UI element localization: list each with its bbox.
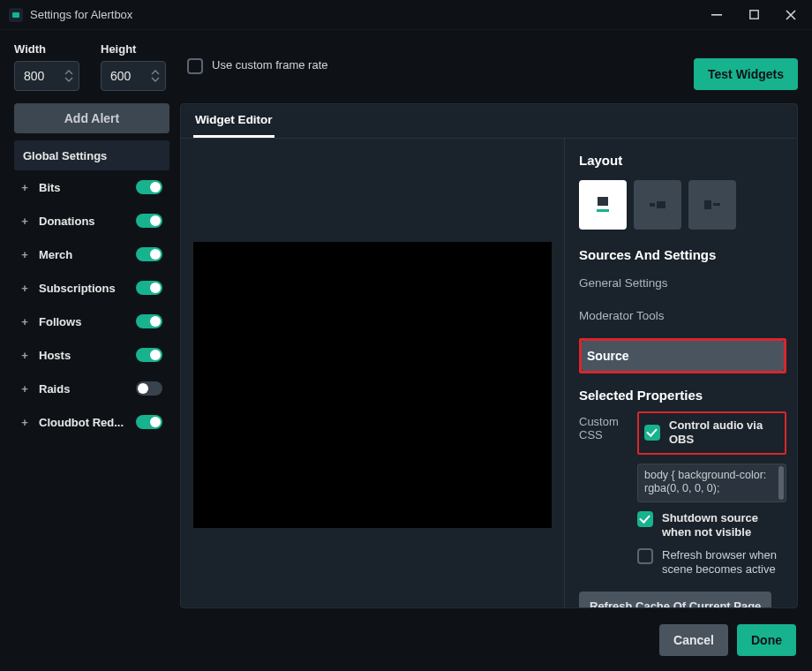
sidebar-item-toggle[interactable]: [136, 381, 162, 396]
done-button[interactable]: Done: [737, 624, 796, 656]
footer: Cancel Done: [0, 609, 812, 671]
sidebar-item-cloudbot-red-[interactable]: +Cloudbot Red...: [14, 405, 169, 439]
properties-panel: Layout Sources And Settings Genera: [564, 139, 797, 608]
cancel-button[interactable]: Cancel: [659, 624, 728, 656]
sidebar-item-label: Merch: [39, 248, 127, 261]
layout-heading: Layout: [579, 153, 786, 168]
custom-css-label: Custom CSS: [579, 411, 628, 441]
expand-icon[interactable]: +: [19, 282, 30, 295]
svg-rect-3: [598, 197, 608, 206]
svg-rect-8: [713, 203, 720, 206]
sidebar-item-donations[interactable]: +Donations: [14, 204, 169, 237]
sidebar-item-toggle[interactable]: [136, 180, 162, 194]
link-moderator-tools[interactable]: Moderator Tools: [579, 304, 786, 328]
window-minimize-button[interactable]: [704, 3, 729, 27]
refresh-browser-label: Refresh browser when scene becomes activ…: [662, 548, 786, 577]
shutdown-source-label: Shutdown source when not visible: [662, 511, 786, 540]
tab-widget-editor[interactable]: Widget Editor: [193, 104, 274, 138]
app-icon: [9, 8, 23, 22]
sidebar-item-label: Subscriptions: [39, 282, 127, 295]
height-input[interactable]: 600: [101, 61, 166, 91]
custom-frame-rate-label: Use custom frame rate: [212, 58, 328, 73]
sidebar-item-raids[interactable]: +Raids: [14, 372, 169, 405]
source-highlight: Source: [565, 338, 797, 373]
svg-rect-4: [597, 209, 609, 212]
control-audio-highlight: Control audio via OBS: [637, 411, 786, 455]
expand-icon[interactable]: +: [19, 416, 30, 429]
custom-css-value: body { background-color: rgba(0, 0, 0, 0…: [644, 469, 766, 495]
sidebar-item-merch[interactable]: +Merch: [14, 237, 169, 271]
svg-rect-1: [711, 14, 722, 16]
custom-frame-rate-checkbox[interactable]: [187, 58, 203, 74]
sidebar: Add Alert Global Settings +Bits+Donation…: [14, 103, 169, 608]
link-general-settings[interactable]: General Settings: [579, 271, 786, 295]
layout-option-side[interactable]: [688, 180, 736, 230]
expand-icon[interactable]: +: [19, 349, 30, 362]
sidebar-item-follows[interactable]: +Follows: [14, 305, 169, 338]
width-input[interactable]: 800: [14, 61, 79, 91]
sidebar-item-toggle[interactable]: [136, 314, 162, 328]
height-stepper[interactable]: [151, 64, 162, 88]
control-audio-checkbox[interactable]: [644, 425, 660, 441]
svg-rect-5: [650, 203, 655, 207]
svg-rect-2: [749, 11, 757, 19]
sidebar-item-toggle[interactable]: [136, 247, 162, 261]
sidebar-item-label: Cloudbot Red...: [39, 416, 127, 429]
height-value: 600: [110, 69, 131, 83]
sidebar-item-label: Hosts: [39, 349, 127, 362]
sidebar-item-bits[interactable]: +Bits: [14, 170, 169, 204]
window-close-button[interactable]: [778, 3, 803, 27]
width-value: 800: [24, 69, 44, 83]
svg-rect-6: [657, 201, 665, 208]
title-bar: Settings for Alertbox: [0, 0, 812, 30]
selected-properties-heading: Selected Properties: [579, 388, 786, 403]
test-widgets-button[interactable]: Test Widgets: [694, 58, 798, 90]
expand-icon[interactable]: +: [19, 248, 30, 261]
expand-icon[interactable]: +: [19, 181, 30, 194]
sidebar-item-label: Bits: [39, 181, 127, 194]
width-stepper[interactable]: [64, 64, 75, 88]
sidebar-item-hosts[interactable]: +Hosts: [14, 338, 169, 372]
svg-rect-7: [704, 200, 711, 209]
sources-heading: Sources And Settings: [579, 247, 786, 262]
expand-icon[interactable]: +: [19, 382, 30, 396]
height-label: Height: [101, 42, 166, 56]
add-alert-button[interactable]: Add Alert: [14, 103, 169, 133]
editor-panel: Widget Editor Layout: [180, 103, 798, 608]
expand-icon[interactable]: +: [19, 315, 30, 328]
sidebar-item-label: Donations: [39, 215, 127, 228]
global-settings-header[interactable]: Global Settings: [14, 140, 169, 170]
svg-rect-0: [12, 12, 19, 18]
control-audio-label: Control audio via OBS: [669, 418, 779, 448]
sidebar-item-toggle[interactable]: [136, 415, 162, 429]
sidebar-item-label: Raids: [39, 382, 127, 396]
window-title: Settings for Alertbox: [30, 8, 132, 21]
sidebar-item-toggle[interactable]: [136, 281, 162, 295]
preview-canvas: [193, 242, 552, 528]
window-maximize-button[interactable]: [741, 3, 766, 27]
preview-area: [181, 139, 564, 608]
sidebar-item-label: Follows: [39, 315, 127, 328]
refresh-browser-checkbox[interactable]: [637, 548, 653, 564]
width-label: Width: [14, 42, 79, 56]
expand-icon[interactable]: +: [19, 215, 30, 228]
sidebar-item-toggle[interactable]: [136, 214, 162, 228]
sidebar-item-toggle[interactable]: [136, 348, 162, 362]
layout-option-centered[interactable]: [634, 180, 681, 230]
sidebar-item-subscriptions[interactable]: +Subscriptions: [14, 271, 169, 305]
custom-css-textarea[interactable]: body { background-color: rgba(0, 0, 0, 0…: [637, 464, 786, 502]
link-source[interactable]: Source: [582, 341, 784, 371]
refresh-cache-button[interactable]: Refresh Cache Of Current Page: [579, 592, 771, 609]
layout-option-stacked[interactable]: [579, 180, 627, 230]
shutdown-source-checkbox[interactable]: [637, 511, 653, 527]
